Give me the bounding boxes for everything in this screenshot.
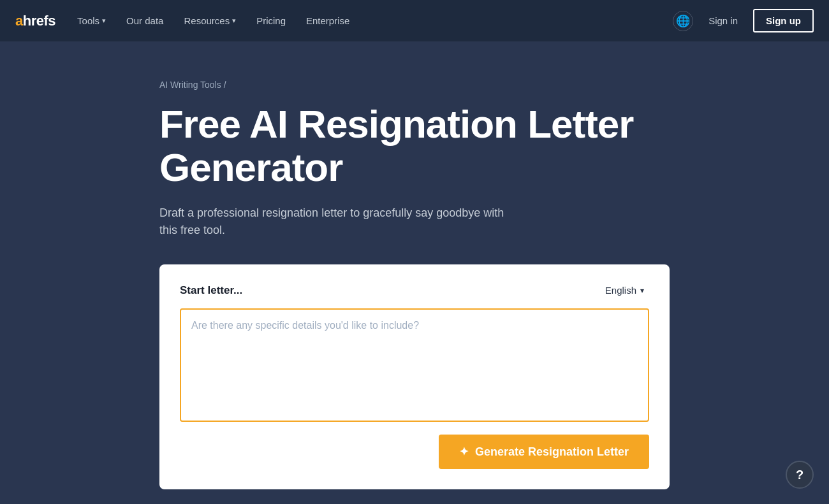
logo-text: ahrefs	[15, 13, 55, 29]
tool-card: Start letter... English ▾ ✦ Generate Res…	[159, 264, 670, 489]
language-label: English	[605, 285, 636, 296]
navbar: ahrefs Tools ▾ Our data Resources ▾ Pric…	[0, 0, 829, 41]
logo-a: a	[15, 13, 23, 29]
card-footer: ✦ Generate Resignation Letter	[180, 435, 649, 469]
sign-in-button[interactable]: Sign in	[701, 10, 745, 31]
chevron-down-icon: ▾	[102, 17, 106, 25]
nav-item-resources[interactable]: Resources ▾	[175, 10, 245, 31]
breadcrumb: AI Writing Tools /	[159, 80, 670, 90]
main-content: AI Writing Tools / Free AI Resignation L…	[0, 41, 829, 504]
detail-textarea[interactable]	[181, 310, 648, 418]
card-label: Start letter...	[180, 284, 242, 297]
nav-item-tools[interactable]: Tools ▾	[68, 10, 115, 31]
page-subtitle: Draft a professional resignation letter …	[159, 205, 517, 239]
chevron-down-icon: ▾	[232, 17, 236, 25]
nav-item-our-data[interactable]: Our data	[117, 10, 172, 31]
nav-pricing-label: Pricing	[256, 15, 286, 26]
help-button[interactable]: ?	[786, 461, 814, 489]
nav-item-enterprise[interactable]: Enterprise	[297, 10, 358, 31]
page-title: Free AI Resignation Letter Generator	[159, 103, 670, 189]
generate-button[interactable]: ✦ Generate Resignation Letter	[439, 435, 649, 469]
nav-resources-label: Resources	[184, 15, 230, 26]
breadcrumb-link[interactable]: AI Writing Tools /	[159, 80, 226, 90]
chevron-down-icon: ▾	[640, 286, 644, 295]
logo-rest: hrefs	[23, 13, 55, 29]
globe-symbol: 🌐	[676, 14, 690, 28]
language-select[interactable]: English ▾	[600, 282, 649, 298]
card-header: Start letter... English ▾	[180, 282, 649, 298]
spark-icon: ✦	[459, 445, 469, 459]
nav-tools-label: Tools	[77, 15, 99, 26]
sign-up-button[interactable]: Sign up	[753, 9, 814, 32]
textarea-container	[180, 308, 649, 422]
nav-links: Tools ▾ Our data Resources ▾ Pricing Ent…	[68, 10, 668, 31]
nav-our-data-label: Our data	[126, 15, 163, 26]
nav-enterprise-label: Enterprise	[306, 15, 349, 26]
globe-icon[interactable]: 🌐	[673, 11, 693, 31]
logo[interactable]: ahrefs	[15, 13, 55, 29]
generate-button-label: Generate Resignation Letter	[475, 445, 629, 459]
nav-right: 🌐 Sign in Sign up	[673, 9, 814, 32]
content-wrapper: AI Writing Tools / Free AI Resignation L…	[159, 80, 670, 489]
nav-item-pricing[interactable]: Pricing	[247, 10, 295, 31]
